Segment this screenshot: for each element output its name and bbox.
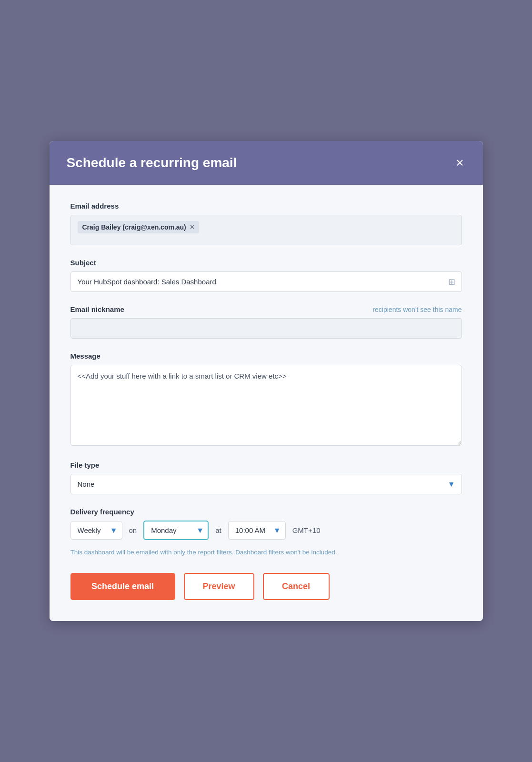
day-select[interactable]: Monday Tuesday Wednesday Thursday Friday… bbox=[143, 521, 209, 540]
time-select-wrapper: 10:00 AM 9:00 AM 11:00 AM 12:00 PM ▼ bbox=[228, 521, 286, 540]
file-type-label: File type bbox=[70, 461, 462, 469]
modal: Schedule a recurring email × Email addre… bbox=[50, 141, 483, 621]
message-textarea[interactable]: <<Add your stuff here with a link to a s… bbox=[70, 365, 462, 446]
email-address-label: Email address bbox=[70, 202, 462, 210]
frequency-select[interactable]: Weekly Daily Monthly bbox=[70, 521, 122, 540]
subject-group: Subject ⊞ bbox=[70, 259, 462, 292]
subject-template-icon: ⊞ bbox=[448, 277, 455, 287]
preview-button[interactable]: Preview bbox=[184, 573, 254, 600]
subject-input[interactable] bbox=[70, 271, 462, 292]
nickname-label-row: Email nickname recipients won't see this… bbox=[70, 305, 462, 313]
button-row: Schedule email Preview Cancel bbox=[70, 573, 462, 600]
schedule-email-button[interactable]: Schedule email bbox=[70, 573, 175, 600]
email-tag-remove-button[interactable]: × bbox=[190, 223, 194, 231]
delivery-row: Weekly Daily Monthly ▼ on Monday Tuesday… bbox=[70, 521, 462, 540]
nickname-input[interactable] bbox=[70, 318, 462, 339]
gmt-label: GMT+10 bbox=[292, 526, 321, 534]
at-label: at bbox=[215, 526, 221, 534]
email-address-group: Email address Craig Bailey (craig@xen.co… bbox=[70, 202, 462, 245]
modal-header: Schedule a recurring email × bbox=[50, 141, 483, 185]
time-select[interactable]: 10:00 AM 9:00 AM 11:00 AM 12:00 PM bbox=[228, 521, 286, 540]
message-label: Message bbox=[70, 352, 462, 360]
modal-body: Email address Craig Bailey (craig@xen.co… bbox=[50, 185, 483, 621]
delivery-frequency-label: Delivery frequency bbox=[70, 508, 462, 516]
email-tag: Craig Bailey (craig@xen.com.au) × bbox=[78, 221, 200, 233]
on-label: on bbox=[129, 526, 137, 534]
file-type-select[interactable]: None PDF Excel CSV bbox=[70, 474, 462, 494]
file-type-select-wrapper: None PDF Excel CSV ▼ bbox=[70, 474, 462, 494]
delivery-info-text: This dashboard will be emailed with only… bbox=[70, 548, 462, 557]
modal-title: Schedule a recurring email bbox=[67, 155, 237, 170]
subject-wrapper: ⊞ bbox=[70, 271, 462, 292]
day-select-wrapper: Monday Tuesday Wednesday Thursday Friday… bbox=[143, 521, 209, 540]
file-type-group: File type None PDF Excel CSV ▼ bbox=[70, 461, 462, 494]
email-tag-input[interactable]: Craig Bailey (craig@xen.com.au) × bbox=[70, 215, 462, 245]
frequency-select-wrapper: Weekly Daily Monthly ▼ bbox=[70, 521, 122, 540]
subject-label: Subject bbox=[70, 259, 462, 267]
message-group: Message <<Add your stuff here with a lin… bbox=[70, 352, 462, 448]
nickname-group: Email nickname recipients won't see this… bbox=[70, 305, 462, 339]
cancel-button[interactable]: Cancel bbox=[263, 573, 330, 600]
nickname-hint: recipients won't see this name bbox=[372, 306, 462, 313]
delivery-frequency-group: Delivery frequency Weekly Daily Monthly … bbox=[70, 508, 462, 557]
close-button[interactable]: × bbox=[454, 154, 465, 171]
